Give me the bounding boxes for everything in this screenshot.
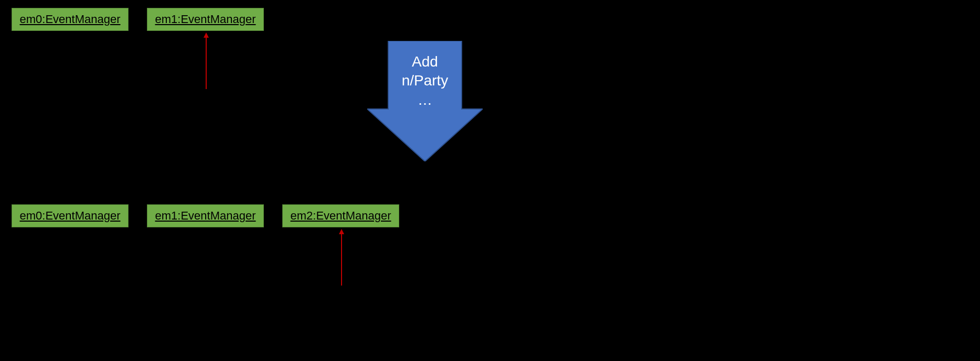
bottom-em1-box: em1:EventManager xyxy=(147,204,264,227)
top-em1-box: em1:EventManager xyxy=(147,8,264,31)
top-em0-box: em0:EventManager xyxy=(12,8,129,31)
bottom-em2-box: em2:EventManager xyxy=(282,204,399,227)
red-arrow-bottom-icon xyxy=(338,229,345,286)
blue-arrow-line1: Add xyxy=(383,52,467,71)
bottom-em2-label: em2:EventManager xyxy=(291,209,391,223)
svg-marker-5 xyxy=(339,229,344,234)
blue-arrow-line3: … xyxy=(383,91,467,110)
top-em1-label: em1:EventManager xyxy=(155,13,256,26)
blue-arrow-label: Add n/Party … xyxy=(383,52,467,110)
svg-marker-2 xyxy=(204,32,209,38)
bottom-em1-label: em1:EventManager xyxy=(155,209,256,223)
red-arrow-top-icon xyxy=(203,32,209,89)
bottom-em0-box: em0:EventManager xyxy=(12,204,129,227)
blue-arrow-line2: n/Party xyxy=(383,71,467,90)
top-em0-label: em0:EventManager xyxy=(20,13,121,26)
bottom-em0-label: em0:EventManager xyxy=(20,209,121,223)
